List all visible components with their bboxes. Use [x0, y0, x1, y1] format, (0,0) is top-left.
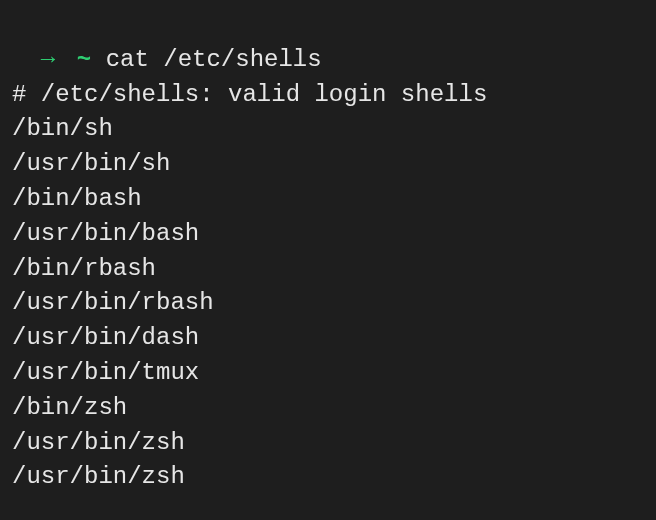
output-text: /usr/bin/zsh — [12, 429, 185, 456]
output-line: /usr/bin/zsh — [12, 426, 644, 461]
command-text: cat /etc/shells — [106, 46, 322, 73]
output-text: /bin/zsh — [12, 394, 127, 421]
prompt-line[interactable]: → ~ — [12, 495, 644, 520]
output-text: /bin/rbash — [12, 255, 156, 282]
output-text: /usr/bin/tmux — [12, 359, 199, 386]
output-line: /usr/bin/dash — [12, 321, 644, 356]
output-line: /usr/bin/zsh — [12, 460, 644, 495]
output-text: # /etc/shells: valid login shells — [12, 81, 487, 108]
output-text: /usr/bin/zsh — [12, 463, 185, 490]
output-line: /usr/bin/bash — [12, 217, 644, 252]
output-text: /usr/bin/dash — [12, 324, 199, 351]
output-line: /usr/bin/rbash — [12, 286, 644, 321]
output-line: /bin/rbash — [12, 252, 644, 287]
output-line: # /etc/shells: valid login shells — [12, 78, 644, 113]
prompt-cwd: ~ — [77, 46, 91, 73]
output-line: /usr/bin/sh — [12, 147, 644, 182]
output-text: /usr/bin/rbash — [12, 289, 214, 316]
output-line: /bin/bash — [12, 182, 644, 217]
output-line: /bin/sh — [12, 112, 644, 147]
output-text: /usr/bin/bash — [12, 220, 199, 247]
command-line: → ~ cat /etc/shells — [12, 8, 644, 78]
output-line: /usr/bin/tmux — [12, 356, 644, 391]
output-line: /bin/zsh — [12, 391, 644, 426]
output-text: /usr/bin/sh — [12, 150, 170, 177]
output-text: /bin/bash — [12, 185, 142, 212]
prompt-arrow-icon: → — [41, 46, 55, 73]
output-text: /bin/sh — [12, 115, 113, 142]
